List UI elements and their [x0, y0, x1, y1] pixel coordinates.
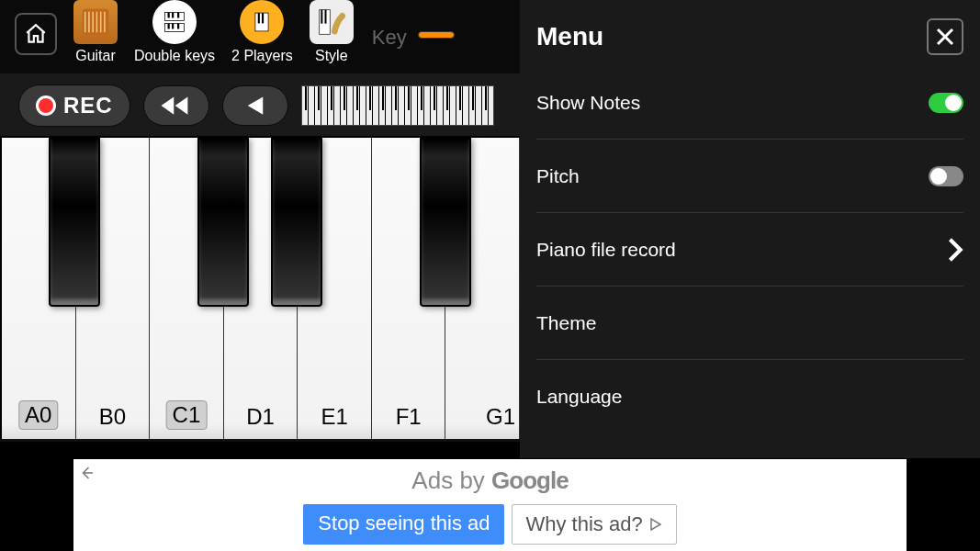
nav-label-2players: 2 Players [231, 48, 293, 64]
key-label: E1 [321, 404, 347, 430]
key-signature-label: Key [372, 26, 407, 50]
style-icon [310, 0, 354, 44]
svg-rect-4 [172, 13, 174, 18]
home-icon [24, 22, 48, 46]
nav-label-style: Style [315, 48, 348, 64]
guitar-icon [73, 0, 118, 44]
record-button[interactable]: REC [18, 84, 130, 127]
toggle-knob-icon [930, 168, 947, 185]
key-label: A0 [18, 400, 58, 430]
key-label: F1 [396, 404, 422, 430]
svg-rect-16 [321, 10, 322, 24]
ad-banner: Ads by Google Stop seeing this ad Why th… [73, 459, 907, 551]
svg-rect-13 [262, 13, 264, 23]
show-notes-toggle[interactable] [929, 93, 963, 113]
ad-stop-button[interactable]: Stop seeing this ad [303, 504, 504, 545]
play-left-icon [245, 96, 265, 116]
ad-heading-brand: Google [491, 467, 569, 494]
ad-buttons: Stop seeing this ad Why this ad? [73, 504, 907, 545]
black-key-Cs1[interactable] [197, 138, 249, 307]
nav-label-guitar: Guitar [75, 48, 116, 64]
menu-list: Show Notes Pitch Piano file record Theme… [520, 66, 980, 433]
toggle-knob-icon [945, 95, 962, 111]
ad-heading-prefix: Ads by [411, 467, 491, 494]
svg-rect-12 [258, 13, 260, 23]
svg-rect-7 [168, 24, 170, 29]
piano-keyboard: A0B0C1D1E1F1G1 [0, 136, 520, 439]
chevron-right-icon [947, 237, 963, 263]
key-label: D1 [246, 404, 275, 430]
nav-item-style[interactable]: Style [310, 0, 354, 64]
key-label: G1 [486, 404, 515, 430]
arrow-left-icon [79, 465, 96, 481]
menu-item-show-notes[interactable]: Show Notes [536, 66, 963, 140]
menu-item-label: Show Notes [536, 92, 640, 114]
mini-keyboard-overview[interactable] [301, 85, 494, 126]
ad-back-button[interactable] [79, 465, 96, 486]
orange-indicator-icon [418, 31, 455, 39]
svg-rect-9 [177, 24, 179, 29]
adchoices-icon [648, 517, 663, 532]
rewind-icon [161, 96, 192, 116]
ad-why-button[interactable]: Why this ad? [512, 504, 676, 545]
svg-rect-17 [324, 10, 326, 24]
nav-label-double-keys: Double keys [134, 48, 215, 64]
menu-panel: Menu Show Notes Pitch Piano file record … [520, 0, 980, 458]
black-key-As0[interactable] [49, 138, 100, 307]
nav-item-2players[interactable]: 2 Players [231, 0, 293, 64]
record-label: REC [63, 93, 113, 118]
play-back-button[interactable] [222, 85, 288, 126]
menu-item-language[interactable]: Language [536, 360, 963, 433]
menu-title: Menu [536, 22, 603, 51]
svg-rect-3 [168, 13, 170, 18]
ad-heading: Ads by Google [73, 459, 907, 495]
ad-why-label: Why this ad? [525, 512, 642, 536]
key-label: B0 [99, 404, 126, 430]
svg-rect-5 [177, 13, 179, 18]
menu-item-label: Piano file record [536, 239, 676, 261]
menu-item-pitch[interactable]: Pitch [536, 140, 963, 213]
nav-item-double-keys[interactable]: Double keys [134, 0, 215, 64]
black-key-Fs1[interactable] [420, 138, 471, 307]
menu-item-piano-record[interactable]: Piano file record [536, 213, 963, 287]
home-button[interactable] [15, 13, 57, 55]
svg-rect-8 [172, 24, 174, 29]
menu-item-theme[interactable]: Theme [536, 287, 963, 360]
pitch-toggle[interactable] [929, 166, 963, 186]
close-button[interactable] [927, 18, 963, 55]
key-label: C1 [166, 400, 208, 430]
menu-item-label: Theme [536, 312, 596, 334]
menu-item-label: Pitch [536, 165, 580, 187]
menu-item-label: Language [536, 386, 622, 408]
nav-item-guitar[interactable]: Guitar [73, 0, 118, 64]
piano-area: A0B0C1D1E1F1G1 [0, 136, 520, 442]
menu-header: Menu [520, 0, 980, 66]
black-key-Ds1[interactable] [271, 138, 322, 307]
svg-point-1 [158, 6, 191, 39]
rewind-button[interactable] [143, 85, 209, 126]
double-keys-icon [152, 0, 197, 44]
record-dot-icon [36, 96, 56, 116]
two-players-icon [240, 0, 284, 44]
close-icon [934, 26, 956, 48]
